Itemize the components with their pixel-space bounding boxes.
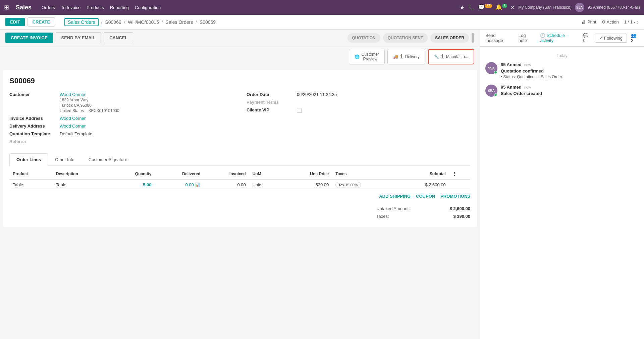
following-button[interactable]: ✓ Following [595,34,627,43]
create-button[interactable]: CREATE [28,17,55,27]
nav-orders[interactable]: Orders [42,5,55,10]
main-layout: CREATE INVOICE SEND BY EMAIL CANCEL QUOT… [0,30,644,339]
untaxed-label: Untaxed Amount: [376,206,410,211]
breadcrumb-s00069-1: S00069 [105,19,121,25]
delivery-address-label: Delivery Address [9,124,60,129]
print-button[interactable]: 🖨 Print [582,19,596,25]
manufacture-button[interactable]: 🔧 1 Manufactu... [428,49,474,64]
status-quotation[interactable]: QUOTATION [347,33,380,43]
customer-preview-label: CustomerPreview [362,52,379,61]
clock-icon: 🕐 [540,33,545,38]
customer-preview-button[interactable]: 🌐 CustomerPreview [349,49,385,64]
next-page-button[interactable]: › [637,19,639,25]
cliente-vip-value [297,107,302,113]
row-description: Table [53,179,109,190]
sidebar-actions: Send message Log note 🕐 Schedule activit… [480,30,644,47]
company-label: My Company (San Francisco) [518,5,572,10]
table-row: Table Table 5.00 0.00 📊 0.00 Units 520.0… [9,179,470,190]
col-product: Product [9,169,53,179]
phone-icon[interactable]: 📞 [468,4,475,11]
payment-terms-field: Payment Terms [247,100,470,105]
row-delivered: 0.00 📊 [155,179,204,190]
cancel-button[interactable]: CANCEL [104,32,133,43]
send-by-email-button[interactable]: SEND BY EMAIL [56,32,101,43]
delivery-address-link[interactable]: Wood Corner [60,124,86,129]
prev-page-button[interactable]: ‹ [634,19,636,25]
row-invoiced: 0.00 [204,179,249,190]
invoice-address-link[interactable]: Wood Corner [60,116,86,121]
col-description: Description [53,169,109,179]
breadcrumb-sep-3: / [162,19,163,25]
customer-address-3: United States – XEXX010101000 [60,108,119,113]
payment-terms-label: Payment Terms [247,100,297,105]
quotation-template-label: Quotation Template [9,131,60,136]
avatar[interactable]: 95A [575,3,584,12]
log-note-link[interactable]: Log note [519,33,535,43]
form-row-main: Customer Wood Corner 1839 Arbor Way Turl… [9,92,470,147]
totals-section: Untaxed Amount: $ 2,600.00 Taxes: $ 390.… [9,205,470,220]
delivery-label: Delivery [405,54,420,59]
action-button[interactable]: ⚙ Action [602,19,619,25]
breadcrumb-sep-2: / [124,19,125,25]
close-icon[interactable]: ✕ [511,4,515,11]
pagination: 1 / 1 ‹ › [624,19,639,25]
customer-address-1: 1839 Arbor Way [60,98,119,102]
form-content: S00069 Customer Wood Corner 1839 Arbor W… [3,70,477,227]
promotions-link[interactable]: PROMOTIONS [440,194,470,199]
schedule-activity-link[interactable]: 🕐 Schedule activity [540,33,578,43]
nav-reporting[interactable]: Reporting [110,5,129,10]
tax-badge: Tax 15.00% [335,182,361,188]
notif-badge: 5 [502,4,507,8]
delivery-address-value: Wood Corner [60,124,86,129]
cliente-vip-checkbox[interactable] [297,108,302,113]
tab-customer-signature[interactable]: Customer Signature [82,153,135,165]
chat-icon[interactable]: 💬37 [478,4,492,10]
row-action-btn [449,179,470,190]
referrer-label: Referrer [9,139,60,144]
nav-products[interactable]: Products [87,5,104,10]
col-unit-price: Unit Price [282,169,332,179]
untaxed-value: $ 2,600.00 [450,206,470,211]
right-sidebar: Send message Log note 🕐 Schedule activit… [480,30,644,339]
quotation-template-field: Quotation Template Default Template [9,131,233,136]
star-icon[interactable]: ★ [460,4,465,11]
chatter: Today 95A 95 Anmed now Quotation confirm… [480,47,644,339]
grid-icon[interactable]: ⊞ [4,4,9,11]
breadcrumb-sales-orders[interactable]: Sales Orders [64,18,99,26]
breadcrumb-bar: EDIT CREATE Sales Orders / S00069 / WH/M… [0,15,644,30]
invoice-address-label: Invoice Address [9,116,60,121]
table-header-row: Product Description Quantity Delivered I… [9,169,470,179]
action-bar: CREATE INVOICE SEND BY EMAIL CANCEL QUOT… [0,30,480,46]
customer-label: Customer [9,92,60,97]
edit-button[interactable]: EDIT [5,18,25,26]
app-name: Sales [16,4,32,11]
status-quotation-sent[interactable]: QUOTATION SENT [383,33,428,43]
forecast-icon[interactable]: 📊 [195,182,200,187]
user-label: 95 Anmed (8567780-14-0-all) [588,5,640,10]
breadcrumb-sep-1: / [101,19,103,25]
truck-icon: 🚚 [393,54,398,59]
breadcrumb-sep-4: / [196,19,197,25]
status-sales-order[interactable]: SALES ORDER [430,33,469,43]
followers-count: 👥 2 [631,33,639,43]
nav-to-invoice[interactable]: To Invoice [61,5,81,10]
col-invoiced: Invoiced [204,169,249,179]
tab-order-lines[interactable]: Order Lines [9,153,48,166]
delivery-button[interactable]: 🚚 1 Delivery [387,49,425,64]
tab-other-info[interactable]: Other Info [48,153,82,165]
message-author-1: 95 Anmed [501,62,522,67]
message-author-2: 95 Anmed [501,85,522,90]
online-indicator-1 [494,71,497,74]
send-message-link[interactable]: Send message [485,33,513,43]
nav-configuration[interactable]: Configuration [135,5,161,10]
add-shipping-link[interactable]: ADD SHIPPING [379,194,411,199]
customer-name-link[interactable]: Wood Corner [60,92,86,97]
cliente-vip-label: Cliente VIP [247,107,297,112]
invoice-address-value: Wood Corner [60,116,86,121]
coupon-link[interactable]: COUPON [416,194,435,199]
scrollbar-handle[interactable] [472,33,474,43]
chat-count: 💬 0 [583,33,591,43]
message-avatar-2: 95A [485,85,497,97]
notification-icon[interactable]: 🔔5 [495,4,507,10]
create-invoice-button[interactable]: CREATE INVOICE [5,33,53,43]
